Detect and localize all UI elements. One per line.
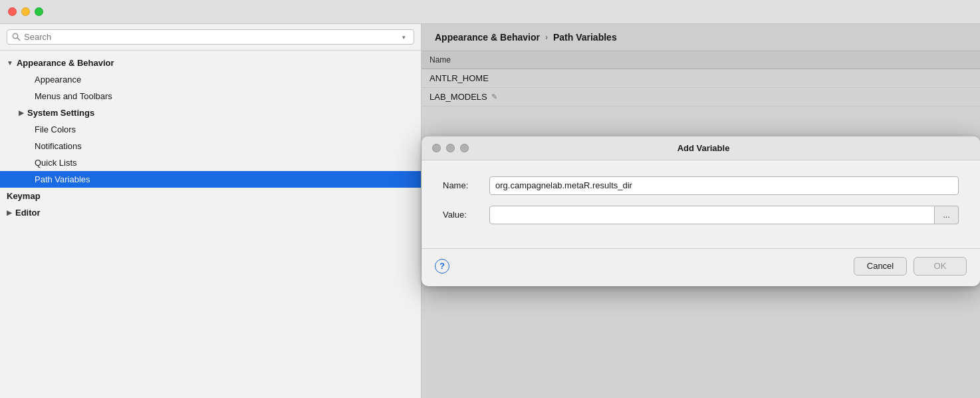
maximize-button[interactable] [35, 7, 43, 16]
sidebar-item-notifications[interactable]: Notifications [0, 138, 421, 154]
sidebar-item-keymap[interactable]: Keymap [0, 188, 421, 204]
name-input[interactable] [489, 176, 959, 195]
value-input[interactable] [489, 206, 935, 224]
sidebar-group-label: Appearance & Behavior [17, 58, 114, 68]
svg-line-1 [17, 38, 20, 41]
sidebar-item-appearance[interactable]: Appearance [0, 71, 421, 88]
search-wrapper[interactable]: ▾ [7, 29, 414, 45]
sidebar-item-editor[interactable]: ▶ Editor [0, 204, 421, 221]
help-button[interactable]: ? [435, 259, 449, 274]
sidebar-item-path-variables[interactable]: Path Variables [0, 171, 421, 188]
modal-minimize-button[interactable] [446, 144, 455, 152]
modal-body: Name: Value: ... [422, 160, 980, 248]
modal-close-button[interactable] [432, 144, 441, 152]
ok-button[interactable]: OK [914, 257, 967, 276]
search-bar: ▾ [0, 24, 421, 51]
minimize-button[interactable] [21, 7, 30, 16]
modal-title: Add Variable [474, 143, 933, 153]
cancel-button[interactable]: Cancel [854, 257, 907, 276]
search-icon [12, 33, 21, 41]
sidebar-item-file-colors[interactable]: File Colors [0, 121, 421, 138]
right-panel: Appearance & Behavior › Path Variables N… [422, 24, 980, 398]
search-input[interactable] [24, 32, 399, 42]
sidebar-item-quick-lists[interactable]: Quick Lists [0, 154, 421, 171]
add-variable-modal: Add Variable Name: Value: ... [422, 136, 980, 286]
main-area: ▾ ▼ Appearance & Behavior Appearance Men… [0, 24, 980, 398]
value-input-wrapper: ... [489, 206, 959, 224]
browse-button[interactable]: ... [935, 206, 959, 224]
value-label: Value: [443, 210, 489, 220]
close-button[interactable] [8, 7, 17, 16]
name-label: Name: [443, 180, 489, 190]
expand-arrow-icon: ▼ [7, 59, 13, 67]
sidebar-item-menus-toolbars[interactable]: Menus and Toolbars [0, 88, 421, 104]
title-bar [0, 0, 980, 24]
search-dropdown-icon[interactable]: ▾ [402, 34, 409, 41]
sidebar-item-system-settings[interactable]: ▶ System Settings [0, 104, 421, 121]
modal-footer: ? Cancel OK [422, 248, 980, 286]
value-field-row: Value: ... [443, 206, 959, 224]
sidebar: ▾ ▼ Appearance & Behavior Appearance Men… [0, 24, 422, 398]
sidebar-tree: ▼ Appearance & Behavior Appearance Menus… [0, 51, 421, 398]
expand-arrow-editor-icon: ▶ [7, 209, 12, 216]
sidebar-item-appearance-behavior[interactable]: ▼ Appearance & Behavior [0, 55, 421, 71]
expand-arrow-system-icon: ▶ [19, 109, 24, 116]
name-field-row: Name: [443, 176, 959, 195]
modal-maximize-button[interactable] [460, 144, 469, 152]
traffic-lights [8, 7, 43, 16]
modal-overlay: Add Variable Name: Value: ... [422, 24, 980, 398]
modal-titlebar: Add Variable [422, 136, 980, 160]
